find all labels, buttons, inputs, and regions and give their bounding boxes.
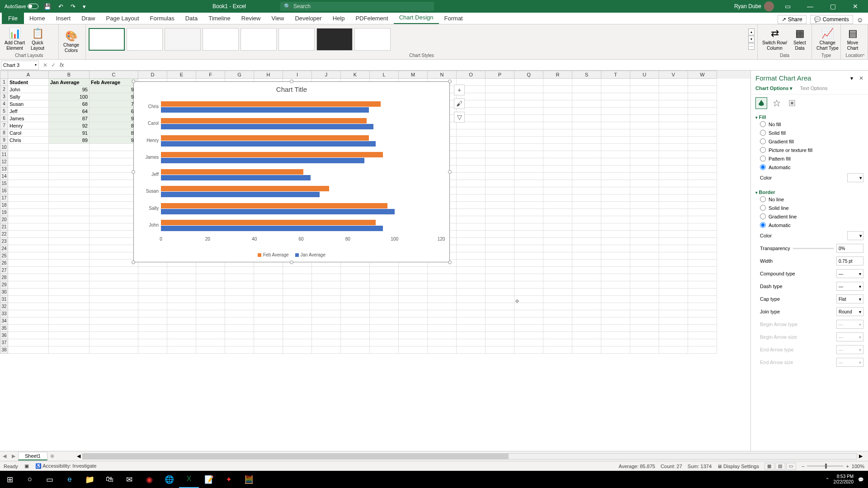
cell[interactable] [688, 86, 717, 93]
cell[interactable] [486, 187, 514, 194]
cell[interactable] [312, 289, 341, 296]
cell[interactable] [659, 245, 688, 252]
cell[interactable] [514, 209, 543, 216]
cell[interactable] [572, 303, 601, 310]
row-header[interactable]: 15 [0, 180, 8, 187]
chart-bar[interactable] [161, 135, 369, 141]
cell[interactable] [428, 310, 457, 317]
column-header[interactable]: S [572, 71, 601, 79]
fill-picture-radio[interactable]: Picture or texture fill [755, 146, 863, 154]
fill-gradient-radio[interactable]: Gradient fill [755, 137, 863, 146]
autosave-toggle[interactable]: AutoSave [5, 4, 38, 9]
cell[interactable]: 89 [90, 122, 138, 129]
cell[interactable] [90, 245, 138, 252]
cell[interactable] [572, 245, 601, 252]
cell[interactable] [688, 245, 717, 252]
cell[interactable] [572, 325, 601, 332]
chart-title[interactable]: Chart Title [134, 82, 449, 97]
cell[interactable] [312, 310, 341, 317]
cell[interactable] [630, 180, 659, 187]
cell[interactable] [486, 281, 514, 289]
cell[interactable] [630, 202, 659, 209]
cell[interactable] [659, 346, 688, 354]
cell[interactable] [370, 346, 399, 354]
cell[interactable] [688, 173, 717, 180]
cell[interactable] [486, 289, 514, 296]
accessibility-status[interactable]: ♿ Accessibility: Investigate [35, 463, 97, 469]
cell[interactable] [688, 166, 717, 173]
cell[interactable] [167, 296, 196, 303]
cell[interactable] [8, 158, 49, 166]
cell[interactable]: 64 [49, 108, 90, 115]
row-header[interactable]: 23 [0, 238, 8, 245]
cell[interactable] [90, 202, 138, 209]
cell[interactable] [601, 325, 630, 332]
fill-solid-radio[interactable]: Solid fill [755, 128, 863, 137]
cell[interactable] [283, 346, 312, 354]
cell[interactable] [254, 303, 283, 310]
cell[interactable] [49, 281, 90, 289]
column-header[interactable]: U [630, 71, 659, 79]
cell[interactable] [601, 267, 630, 274]
chart-legend[interactable]: Feb Average Jan Average [134, 252, 449, 257]
cell[interactable] [49, 173, 90, 180]
cell[interactable] [90, 260, 138, 267]
cell[interactable] [688, 260, 717, 267]
row-header[interactable]: 6 [0, 115, 8, 122]
cell[interactable] [688, 274, 717, 281]
edge-icon[interactable]: e [60, 471, 80, 488]
cell[interactable] [543, 202, 572, 209]
cell[interactable] [457, 289, 486, 296]
cell[interactable] [370, 289, 399, 296]
chart-bar[interactable] [161, 186, 329, 191]
cell[interactable] [630, 86, 659, 93]
row-header[interactable]: 38 [0, 346, 8, 354]
cell[interactable] [399, 281, 428, 289]
cell[interactable] [49, 180, 90, 187]
cell[interactable] [399, 303, 428, 310]
cell[interactable]: 87 [49, 115, 90, 122]
cell[interactable] [196, 267, 225, 274]
cell[interactable] [49, 339, 90, 346]
redo-icon[interactable]: ↷ [69, 3, 77, 10]
sheet-nav-next-icon[interactable]: ▶ [9, 453, 18, 459]
cell[interactable] [630, 108, 659, 115]
cell[interactable] [514, 129, 543, 137]
cell[interactable] [8, 296, 49, 303]
cell[interactable] [138, 339, 167, 346]
row-header[interactable]: 25 [0, 252, 8, 260]
column-header[interactable]: V [659, 71, 688, 79]
chart-style-4[interactable] [203, 28, 239, 51]
cell[interactable] [514, 79, 543, 86]
cell[interactable] [630, 144, 659, 151]
row-header[interactable]: 14 [0, 173, 8, 180]
cap-type-combo[interactable]: Flat▾ [836, 294, 863, 303]
cell[interactable] [601, 260, 630, 267]
tab-home[interactable]: Home [24, 13, 51, 24]
cell[interactable] [457, 332, 486, 339]
cell[interactable] [486, 252, 514, 260]
cell[interactable] [659, 252, 688, 260]
cell[interactable] [659, 339, 688, 346]
cell[interactable] [630, 173, 659, 180]
cell[interactable] [49, 310, 90, 317]
cell[interactable] [659, 332, 688, 339]
cell[interactable] [49, 216, 90, 223]
tab-help[interactable]: Help [327, 13, 350, 24]
cell[interactable] [486, 194, 514, 202]
row-header[interactable]: 22 [0, 231, 8, 238]
cell[interactable] [486, 144, 514, 151]
chart-style-2[interactable] [127, 28, 163, 51]
select-data-button[interactable]: ▦Select Data [791, 27, 809, 52]
cell[interactable] [399, 267, 428, 274]
cell[interactable] [601, 332, 630, 339]
cell[interactable] [312, 303, 341, 310]
cell[interactable] [543, 86, 572, 93]
cell[interactable] [167, 267, 196, 274]
cell[interactable] [514, 108, 543, 115]
cell[interactable] [630, 238, 659, 245]
cell[interactable] [90, 303, 138, 310]
cell[interactable] [630, 79, 659, 86]
cell[interactable] [572, 223, 601, 231]
cell[interactable] [514, 317, 543, 325]
